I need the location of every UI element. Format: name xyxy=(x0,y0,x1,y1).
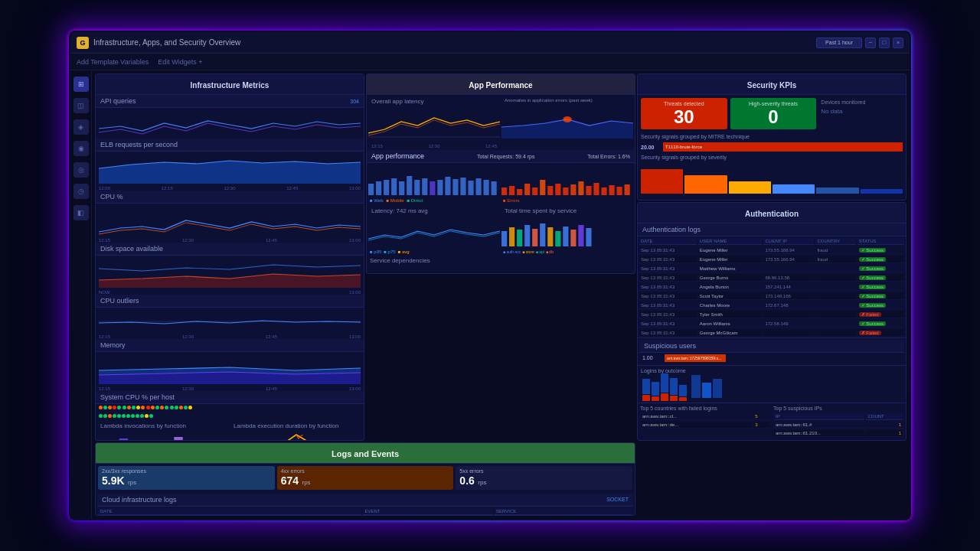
svg-rect-48 xyxy=(586,186,591,195)
disk-section: Disk space available NOW13:00 xyxy=(96,243,364,295)
row-status: ✓ Success xyxy=(858,292,904,300)
close-btn[interactable]: × xyxy=(893,37,903,48)
app-performance-panel: App Performance Overall app latency xyxy=(366,73,635,274)
sidebar-icon-metrics[interactable]: ◈ xyxy=(74,119,89,135)
row-country: fraud xyxy=(815,246,855,254)
bar-unknown xyxy=(861,189,903,194)
sidebar-icon-logs[interactable]: ◎ xyxy=(74,162,89,178)
svg-rect-57 xyxy=(524,225,530,246)
top-ips-label: Top 5 suspicious IPs xyxy=(773,405,904,412)
cpu-dot xyxy=(140,414,144,418)
svg-rect-35 xyxy=(484,180,489,195)
row-date: Sep 13 05:31:43 xyxy=(639,292,697,300)
sidebar: ⊞ ◫ ◈ ◉ ◎ ◷ ◧ xyxy=(70,70,92,519)
logins-chart xyxy=(639,374,904,401)
latency-label: Latency: 742 ms avg xyxy=(368,206,500,216)
latency-section: Latency: 742 ms avg ■ p95 ■ p75 ■ avg xyxy=(368,206,500,254)
app-performance-header: App Performance xyxy=(367,74,635,95)
bar-high xyxy=(684,175,727,194)
mitre-value: 20.00 xyxy=(641,145,660,150)
minimize-btn[interactable]: − xyxy=(865,37,876,48)
infrastructure-scroll[interactable]: API queries 304 ELB re xyxy=(96,95,364,440)
elb-section: ELB requests per second 12:0012:1512:301… xyxy=(96,139,364,191)
sys-cpu-header: System CPU % per host xyxy=(96,391,364,404)
main-area: ⊞ ◫ ◈ ◉ ◎ ◷ ◧ Infrastructure Metrics API… xyxy=(70,70,910,519)
row-ip xyxy=(763,265,814,272)
row-date: Sep 13 05:31:43 xyxy=(639,274,697,282)
sidebar-icon-alerts[interactable]: ◉ xyxy=(74,141,89,156)
maximize-btn[interactable]: □ xyxy=(879,37,890,48)
app-performance-scroll[interactable]: Overall app latency 12:1512:3012:45 xyxy=(367,95,635,273)
cpu-outliers-chart xyxy=(96,308,364,334)
svg-rect-62 xyxy=(563,227,568,246)
severity-label: Security signals grouped by severity xyxy=(638,153,906,161)
app-charts-row: ■ Web ■ Mobile ■ Direct xyxy=(367,163,635,204)
login-bar-2 xyxy=(652,382,659,401)
svg-rect-39 xyxy=(517,189,522,195)
row-status: ✓ Success xyxy=(858,265,904,272)
content-area: Infrastructure Metrics API queries 304 xyxy=(92,70,910,519)
row-user: Scott Taylor xyxy=(698,292,763,300)
ip-row: arn:aws:iam::61.210... xyxy=(774,430,864,437)
top-bar: G Infrastructure, Apps, and Security Ove… xyxy=(70,32,910,54)
col-ip: CLIENT IP xyxy=(763,238,814,245)
security-panel: Security KPIs Threats detected 30 High-s… xyxy=(637,73,906,201)
row-user: George Burns xyxy=(698,274,763,282)
row-ip: 68.86.13.58 xyxy=(763,274,814,282)
svg-rect-38 xyxy=(509,186,514,195)
overall-latency-label: Overall app latency xyxy=(368,96,500,106)
sidebar-icon-home[interactable]: ⊞ xyxy=(74,77,89,92)
sus-bar: arn:aws:iam::172597598159:u... xyxy=(665,354,726,362)
cpu-dot xyxy=(122,406,126,409)
mitre-entry: 20.00 T1110-brute-force xyxy=(638,141,906,153)
login-bar-5 xyxy=(679,385,687,401)
row-status: ✓ Success xyxy=(858,302,904,309)
row-country: fraud xyxy=(815,256,855,263)
socket-label: SOCKET xyxy=(606,497,629,502)
col-country: COUNTRY xyxy=(815,238,855,245)
app-performance-subheader: App performance Total Requests: 59.4 rps… xyxy=(367,150,635,163)
row-user: Matthew Williams xyxy=(698,265,763,272)
sidebar-icon-settings[interactable]: ◧ xyxy=(74,205,89,220)
row-country xyxy=(815,329,855,337)
cpu-dot xyxy=(155,406,159,409)
main-window: G Infrastructure, Apps, and Security Ove… xyxy=(69,31,911,520)
svg-rect-21 xyxy=(376,181,381,195)
row-ip: 173.55.166.94 xyxy=(763,256,814,263)
segment-success xyxy=(670,378,678,395)
auth-table-scroll[interactable]: DATE USER NAME CLIENT IP COUNTRY STATUS … xyxy=(638,236,906,337)
latency-time-row: Latency: 742 ms avg ■ p95 ■ p75 ■ avg xyxy=(367,204,635,256)
template-variables-link[interactable]: Add Template Variables xyxy=(77,58,149,66)
svg-rect-32 xyxy=(460,178,466,195)
cpu-dot xyxy=(108,406,112,409)
authentication-panel: Authentication Authentication logs DATE … xyxy=(637,202,906,441)
row-status: ✓ Success xyxy=(858,246,904,254)
lambda-invocations: Lambda invocations by function xyxy=(97,421,229,440)
stat-2xx-label: 2xx/3xx responses xyxy=(102,468,271,474)
bar-medium xyxy=(729,181,771,194)
cpu-dot xyxy=(127,406,131,409)
stat-5xx-label: 5xx errors xyxy=(459,468,629,474)
api-queries-header: API queries 304 xyxy=(96,95,364,108)
col-date: DATE xyxy=(639,238,697,245)
threats-value: 30 xyxy=(644,108,724,126)
row-status: ✓ Success xyxy=(858,256,904,263)
sys-cpu-section: System CPU % per host xyxy=(96,391,364,419)
svg-rect-12 xyxy=(174,437,182,440)
cpu-dot xyxy=(179,406,183,409)
sidebar-icon-view[interactable]: ◫ xyxy=(74,98,89,113)
edit-widgets-link[interactable]: Edit Widgets + xyxy=(158,58,202,66)
suspicious-row: 1.00 arn:aws:iam::172597598159:u... xyxy=(639,353,904,364)
svg-rect-42 xyxy=(540,180,545,195)
cpu-dot xyxy=(117,406,121,409)
total-requests-chart: ■ Web ■ Mobile ■ Direct xyxy=(368,165,500,203)
sidebar-icon-time[interactable]: ◷ xyxy=(74,184,89,199)
row-date: Sep 13 05:31:43 xyxy=(639,256,697,263)
auth-table-row: Sep 13 05:31:43 George McGilicam ✗ Faile… xyxy=(639,329,904,337)
row-ip: 172.67.148 xyxy=(763,302,814,309)
stat-value-2xx: 5.9K xyxy=(102,474,125,487)
row-ip: 172.58.149 xyxy=(763,320,814,328)
svg-point-19 xyxy=(563,116,571,122)
cpu-dot xyxy=(126,414,130,418)
row-user: Charles Moore xyxy=(698,302,763,309)
